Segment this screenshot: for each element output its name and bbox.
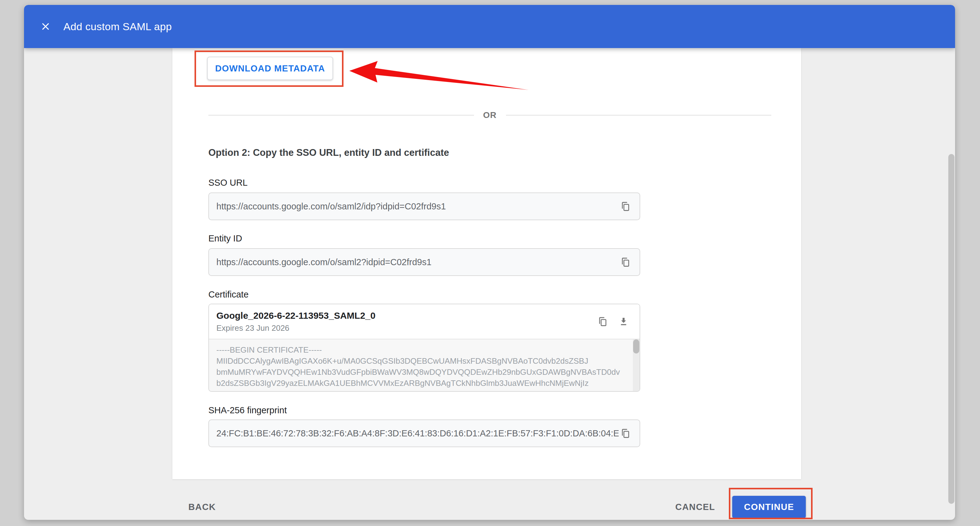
download-icon (618, 316, 629, 327)
option2-heading: Option 2: Copy the SSO URL, entity ID an… (208, 147, 449, 158)
divider-line-right (506, 115, 772, 115)
certificate-card: Google_2026-6-22-113953_SAML2_0 Expires … (208, 304, 640, 392)
sha256-fingerprint-field: 24:FC:B1:BE:46:72:78:3B:32:F6:AB:A4:8F:3… (208, 419, 640, 447)
copy-icon (620, 428, 631, 438)
copy-icon (620, 201, 631, 212)
sso-url-field: https://accounts.google.com/o/saml2/idp?… (208, 193, 640, 220)
back-button[interactable]: BACK (184, 496, 220, 518)
certificate-line: b2dsZSBGb3IgV29yazELMAkGA1UEBhMCVVMxEzAR… (216, 378, 625, 389)
sso-url-value: https://accounts.google.com/o/saml2/idp?… (216, 201, 619, 212)
divider-line-left (208, 115, 474, 115)
entity-id-field: https://accounts.google.com/o/saml2?idpi… (208, 248, 640, 276)
certificate-line: bmMuMRYwFAYDVQQHEw1Nb3VudGFpbiBWaWV3MQ8w… (216, 367, 625, 378)
entity-id-label: Entity ID (208, 233, 242, 244)
cancel-button[interactable]: CANCEL (675, 496, 715, 518)
copy-certificate-button[interactable] (596, 315, 609, 328)
close-button[interactable] (39, 20, 52, 33)
certificate-line: MIIDdDCCAlygAwIBAgIGAXo6K+u/MA0GCSqGSIb3… (216, 355, 625, 367)
sha256-fingerprint-label: SHA-256 fingerprint (208, 405, 287, 416)
copy-icon (597, 316, 608, 327)
certificate-scrollbar-thumb[interactable] (633, 340, 639, 354)
close-icon (40, 21, 51, 32)
certificate-actions (596, 315, 630, 328)
copy-fingerprint-button[interactable] (619, 427, 632, 440)
content-card: DOWNLOAD METADATA OR Option 2: Copy the … (172, 48, 801, 479)
certificate-name: Google_2026-6-22-113953_SAML2_0 (216, 311, 596, 321)
certificate-body[interactable]: -----BEGIN CERTIFICATE----- MIIDdDCCAlyg… (209, 339, 640, 392)
or-label: OR (483, 110, 497, 120)
copy-entity-id-button[interactable] (619, 255, 632, 269)
certificate-header: Google_2026-6-22-113953_SAML2_0 Expires … (209, 304, 640, 339)
dialog-title: Add custom SAML app (64, 21, 172, 33)
dialog-header: Add custom SAML app (24, 5, 955, 48)
add-custom-saml-app-dialog: Add custom SAML app DOWNLOAD METADATA OR… (24, 5, 955, 520)
certificate-titles: Google_2026-6-22-113953_SAML2_0 Expires … (216, 311, 596, 333)
certificate-line: -----BEGIN CERTIFICATE----- (216, 344, 625, 355)
entity-id-value: https://accounts.google.com/o/saml2?idpi… (216, 257, 619, 267)
footer-actions: CANCEL CONTINUE (675, 496, 806, 518)
continue-button[interactable]: CONTINUE (732, 496, 806, 518)
dialog-scrollbar-thumb[interactable] (948, 154, 955, 504)
certificate-expiry: Expires 23 Jun 2026 (216, 324, 596, 333)
sha256-fingerprint-value: 24:FC:B1:BE:46:72:78:3B:32:F6:AB:A4:8F:3… (216, 429, 619, 438)
download-metadata-button[interactable]: DOWNLOAD METADATA (207, 57, 333, 80)
certificate-scrollbar-track (633, 340, 640, 392)
sso-url-label: SSO URL (208, 178, 247, 188)
or-divider: OR (208, 110, 771, 120)
certificate-label: Certificate (208, 290, 249, 300)
download-certificate-button[interactable] (617, 315, 630, 328)
copy-sso-url-button[interactable] (619, 199, 632, 213)
copy-icon (620, 257, 631, 267)
